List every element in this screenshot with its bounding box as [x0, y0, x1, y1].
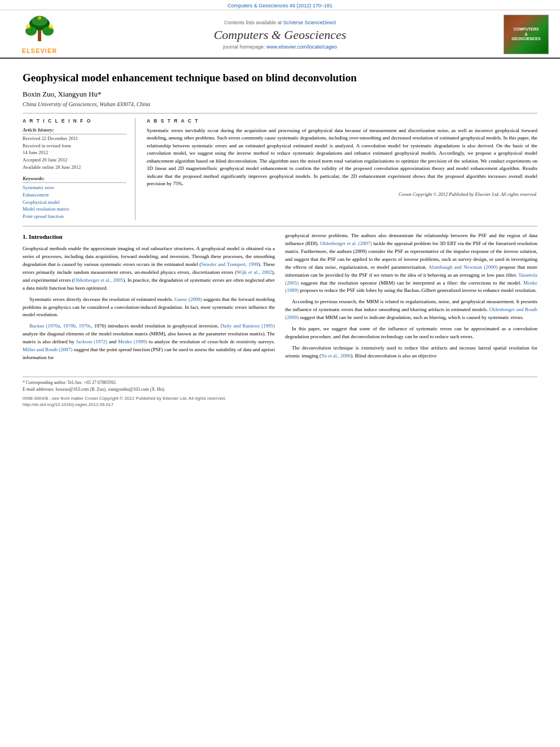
ref-tarantola-link[interactable]: Tarantola (2005) — [285, 272, 537, 286]
body-para-4: geophysical inverse problems. The author… — [285, 232, 537, 295]
elsevier-logo: ELSEVIER — [11, 15, 68, 54]
ref-jackson-link[interactable]: Jackson (1972) — [76, 339, 107, 344]
elsevier-brand-text: ELSEVIER — [22, 47, 57, 54]
ref-daily-link[interactable]: Daily and Ramirez (1995) — [221, 323, 275, 329]
journal-cover-thumbnail: COMPUTERS&GEOSCIENCES — [504, 15, 549, 54]
authors-line: Boxin Zuo, Xiangyun Hu* — [23, 90, 537, 99]
abstract-heading: A B S T R A C T — [147, 118, 537, 124]
journal-header: ELSEVIER Contents lists available at Sci… — [0, 10, 560, 59]
body-columns: 1. Introduction Geophysical methods enab… — [23, 232, 537, 365]
abstract-panel: A B S T R A C T Systematic errors inevit… — [147, 118, 537, 220]
top-banner: Computers & Geosciences 49 (2012) 170–18… — [0, 0, 560, 10]
received-date: Received 22 December 2011 — [23, 136, 126, 142]
ref-alumbaugh-link[interactable]: Alumbaugh and Newman (2000) — [428, 264, 497, 270]
accepted-date: Accepted 20 June 2012 — [23, 157, 126, 164]
ref-miller-link[interactable]: Miller and Routh (2007) — [23, 347, 72, 352]
body-para-1: Geophysical methods enable the approxima… — [23, 245, 275, 292]
keyword-5: Point spread function — [23, 213, 126, 220]
body-para-5: According to previous research, the MRM … — [285, 298, 537, 322]
ref-menke1989-link[interactable]: Menke (1989) — [118, 339, 147, 344]
body-para-2: Systematic errors directly decrease the … — [23, 296, 275, 320]
sciverse-link: Contents lists available at SciVerse Sci… — [68, 20, 492, 25]
elsevier-logo-area: ELSEVIER — [11, 15, 68, 54]
elsevier-tree-icon — [20, 15, 59, 46]
article-info-heading: A R T I C L E I N F O — [23, 118, 126, 124]
ref-yu-link[interactable]: Yu et al., 2006 — [321, 353, 351, 359]
footer-bottom: 0098-3004/$ - see front matter Crown Cop… — [23, 395, 537, 408]
ref-ganse-link[interactable]: Ganse (2008) — [174, 296, 202, 302]
svg-point-8 — [38, 16, 41, 20]
article-title: Geophysical model enhancement technique … — [23, 71, 537, 85]
body-col-right: geophysical inverse problems. The author… — [285, 232, 537, 365]
keyword-2: Enhancement — [23, 191, 126, 199]
journal-thumb-label: COMPUTERS&GEOSCIENCES — [511, 27, 540, 41]
history-subheading: Article history: — [23, 127, 126, 134]
ref-oldenborger2007-link[interactable]: Oldenborger et al. (2007) — [320, 241, 372, 246]
keywords-section: Keywords: Systematic error Enhancement G… — [23, 176, 126, 220]
ref-snieder-link[interactable]: Snieder and Trampert, 1999 — [201, 261, 259, 267]
revised-date: 14 June 2012 — [23, 150, 126, 156]
divider-1 — [23, 113, 537, 113]
copyright-line-2: http://dx.doi.org/10.1016/j.cageo.2012.0… — [23, 401, 537, 408]
svg-point-7 — [49, 24, 53, 29]
article-container: Geophysical model enhancement technique … — [0, 59, 560, 377]
section1-heading: 1. Introduction — [23, 232, 275, 242]
authors-text: Boxin Zuo, Xiangyun Hu* — [23, 90, 101, 98]
body-para-3: Backus (1970a, 1970b, 1970c, 1976) intro… — [23, 322, 275, 362]
ref-oldenborger-routh-link[interactable]: Oldenborger and Routh (2009) — [285, 307, 537, 320]
homepage-url-link[interactable]: www.elsevier.com/locate/cageo — [266, 44, 337, 50]
abstract-text: Systematic errors inevitably occur durin… — [147, 127, 537, 188]
ref-oldenborger2005-link[interactable]: Oldenborger et al., 2005 — [74, 277, 124, 283]
homepage-link-area: journal homepage: www.elsevier.com/locat… — [68, 44, 492, 50]
keyword-4: Model resolution matrix — [23, 206, 126, 213]
sciverse-anchor[interactable]: SciVerse ScienceDirect — [283, 20, 336, 25]
body-col-left: 1. Introduction Geophysical methods enab… — [23, 232, 275, 365]
journal-title-area: Contents lists available at SciVerse Sci… — [68, 20, 492, 50]
info-abstract-section: A R T I C L E I N F O Article history: R… — [23, 118, 537, 220]
ref-menke-link[interactable]: Menke (1989) — [285, 280, 537, 294]
journal-main-title: Computers & Geosciences — [68, 28, 492, 42]
available-date: Available online 28 June 2012 — [23, 164, 126, 171]
divider-2 — [23, 226, 537, 226]
svg-point-6 — [26, 24, 30, 29]
keyword-1: Systematic error — [23, 184, 126, 191]
body-para-7: The deconvolution technique is extensive… — [285, 344, 537, 360]
body-para-6: In this paper, we suggest that some of t… — [285, 325, 537, 341]
svg-rect-4 — [38, 30, 41, 41]
ref-wijk-link[interactable]: Wijk et al., 2002 — [237, 269, 272, 275]
journal-reference: Computers & Geosciences 49 (2012) 170–18… — [228, 3, 333, 8]
affiliation-text: China University of Geosciences, Wuhan 4… — [23, 101, 537, 107]
ref-backus-link[interactable]: Backus (1970a, 1970b, 1970c — [29, 323, 91, 329]
article-info-panel: A R T I C L E I N F O Article history: R… — [23, 118, 135, 220]
keyword-3: Geophysical model — [23, 199, 126, 206]
journal-thumbnail-area: COMPUTERS&GEOSCIENCES — [492, 15, 549, 54]
footer-section: * Corresponding author. Tel./fax: +65 27… — [23, 377, 537, 393]
footnote-2: E-mail addresses: boxzuo@163.com (B. Zuo… — [23, 386, 537, 393]
abstract-copyright: Crown Copyright © 2012 Published by Else… — [147, 191, 537, 197]
revised-label: Received in revised form — [23, 143, 126, 150]
footnote-1: * Corresponding author. Tel./fax: +65 27… — [23, 379, 537, 386]
keywords-heading: Keywords: — [23, 176, 126, 183]
copyright-line-1: 0098-3004/$ - see front matter Crown Cop… — [23, 395, 537, 401]
